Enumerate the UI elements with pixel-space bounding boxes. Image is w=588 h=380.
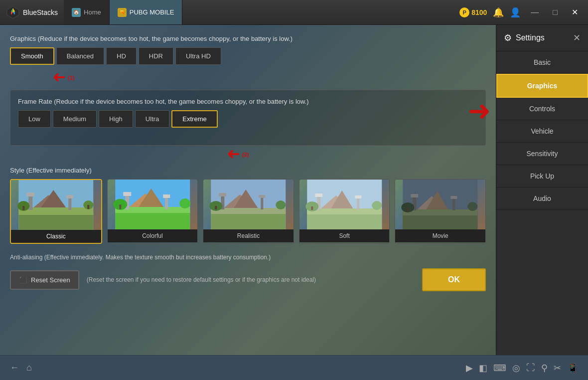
taskbar: ← ⌂ ▶ ◧ ⌨ ◎ ⛶ ⚲ ✂ 📱	[0, 355, 588, 380]
sidebar-title-area: ⚙ Settings	[504, 32, 545, 43]
play-icon[interactable]: ▶	[466, 363, 473, 374]
style-classic-img	[11, 180, 101, 230]
graphics-section: Graphics (Reduce if the device becomes t…	[10, 35, 486, 86]
rate-medium-button[interactable]: Medium	[53, 110, 97, 128]
screenshot-icon[interactable]: ◧	[479, 363, 487, 374]
pubg-tab-icon: 🔫	[118, 8, 127, 17]
pubg-tab[interactable]: 🔫 PUBG MOBILE	[110, 0, 183, 24]
arrow-up-2-icon: ➜	[227, 147, 240, 163]
sidebar-item-basic[interactable]: Basic	[496, 51, 588, 74]
reset-icon: ⬛	[19, 276, 27, 284]
settings-sidebar: ⚙ Settings ✕ Basic Graphics Controls Veh…	[496, 25, 588, 355]
taskbar-right: ▶ ◧ ⌨ ◎ ⛶ ⚲ ✂ 📱	[466, 363, 578, 374]
rate-low-button[interactable]: Low	[18, 110, 51, 128]
style-movie-card[interactable]: Movie	[395, 179, 486, 244]
sidebar-close-button[interactable]: ✕	[573, 32, 581, 43]
annotation-1-label: (1)	[68, 75, 74, 81]
location-icon[interactable]: ⚲	[541, 363, 548, 374]
style-soft-card[interactable]: Soft	[299, 179, 390, 244]
fullscreen-icon[interactable]: ⛶	[526, 363, 535, 373]
svg-point-29	[179, 198, 190, 208]
main-area: Graphics (Reduce if the device becomes t…	[0, 25, 588, 355]
home-tab[interactable]: 🏠 Home	[64, 0, 110, 24]
svg-rect-64	[407, 207, 409, 211]
svg-rect-9	[26, 192, 34, 196]
keyboard-icon[interactable]: ⌨	[493, 363, 506, 374]
svg-point-65	[468, 202, 478, 211]
sidebar-item-controls[interactable]: Controls	[496, 98, 588, 120]
sidebar-item-audio[interactable]: Audio	[496, 188, 588, 210]
svg-rect-49	[357, 198, 359, 210]
rate-ultra-button[interactable]: Ultra	[135, 110, 169, 128]
back-icon[interactable]: ←	[10, 363, 19, 373]
account-icon[interactable]: 👤	[510, 7, 521, 18]
svg-rect-38	[259, 195, 265, 198]
svg-rect-15	[22, 206, 24, 210]
ok-button[interactable]: OK	[422, 268, 486, 291]
rate-extreme-button[interactable]: Extreme	[171, 110, 217, 128]
svg-rect-26	[163, 194, 170, 198]
reset-screen-button[interactable]: ⬛ Reset Screen	[10, 270, 79, 290]
content-area: Graphics (Reduce if the device becomes t…	[0, 25, 496, 355]
taskbar-left: ← ⌂	[10, 363, 32, 373]
quality-hd-button[interactable]: HD	[106, 47, 137, 65]
svg-rect-40	[215, 206, 217, 209]
sidebar-item-pickup[interactable]: Pick Up	[496, 165, 588, 188]
sidebar-item-sensitivity[interactable]: Sensitivity	[496, 143, 588, 165]
style-movie-img	[395, 180, 485, 229]
phone-icon[interactable]: 📱	[567, 363, 578, 374]
bluestacks-label: BlueStacks	[23, 8, 58, 16]
svg-rect-46	[315, 193, 322, 197]
style-label: Style (Effective immediately)	[10, 167, 486, 174]
sidebar-item-graphics[interactable]: Graphics	[496, 74, 588, 98]
camera-icon[interactable]: ◎	[512, 363, 520, 374]
style-realistic-label: Realistic	[203, 229, 294, 242]
svg-rect-52	[311, 206, 313, 210]
sidebar-header: ⚙ Settings ✕	[496, 25, 588, 51]
home-icon[interactable]: ⌂	[26, 363, 32, 373]
style-classic-label: Classic	[11, 230, 101, 243]
rate-high-button[interactable]: High	[99, 110, 133, 128]
quality-balanced-button[interactable]: Balanced	[56, 47, 104, 65]
scissors-icon[interactable]: ✂	[554, 363, 561, 374]
pubg-tab-label: PUBG MOBILE	[130, 8, 174, 16]
style-soft-img	[299, 180, 390, 229]
style-cards-container: Classic	[10, 179, 486, 244]
svg-rect-50	[355, 195, 361, 198]
svg-rect-17	[87, 205, 89, 209]
coin-badge: P 8100	[459, 7, 487, 17]
style-colorful-img	[108, 180, 198, 229]
maximize-button[interactable]: □	[549, 6, 562, 19]
sidebar-title-label: Settings	[516, 33, 545, 42]
titlebar: BlueStacks 🏠 Home 🔫 PUBG MOBILE P 8100 🔔…	[0, 0, 588, 25]
quality-btn-group: Smooth Balanced HD HDR Ultra HD	[10, 47, 486, 65]
graphics-label: Graphics (Reduce if the device becomes t…	[10, 35, 486, 42]
annotation-2-area: ➜ (2)	[227, 147, 486, 163]
close-button[interactable]: ✕	[568, 5, 582, 19]
titlebar-right: P 8100 🔔 👤 — □ ✕	[459, 5, 588, 19]
bluestacks-logo-area: BlueStacks	[0, 5, 64, 19]
svg-rect-61	[453, 198, 455, 210]
bluestacks-logo-icon	[6, 5, 20, 19]
framerate-section: Frame Rate (Reduce if the device becomes…	[10, 90, 486, 146]
sidebar-item-vehicle[interactable]: Vehicle	[496, 120, 588, 143]
reset-label: Reset Screen	[31, 276, 70, 284]
notification-icon[interactable]: 🔔	[493, 7, 504, 18]
quality-ultrahd-button[interactable]: Ultra HD	[175, 47, 221, 65]
style-soft-label: Soft	[299, 229, 390, 242]
coin-icon: P	[459, 7, 469, 17]
style-classic-card[interactable]: Classic	[10, 179, 102, 244]
quality-smooth-button[interactable]: Smooth	[10, 47, 54, 65]
svg-rect-34	[219, 193, 226, 196]
home-tab-label: Home	[84, 8, 101, 16]
minimize-button[interactable]: —	[527, 6, 543, 19]
style-movie-label: Movie	[395, 229, 485, 242]
antialias-note: Anti-aliasing (Effective immediately. Ma…	[10, 254, 486, 261]
style-colorful-card[interactable]: Colorful	[107, 179, 198, 244]
style-realistic-card[interactable]: Realistic	[203, 179, 294, 244]
svg-rect-37	[261, 197, 263, 209]
arrow-up-1-icon: ➜	[52, 70, 66, 86]
bottom-row: ⬛ Reset Screen (Reset the screen if you …	[10, 268, 486, 291]
style-section: Style (Effective immediately)	[10, 167, 486, 244]
quality-hdr-button[interactable]: HDR	[139, 47, 173, 65]
